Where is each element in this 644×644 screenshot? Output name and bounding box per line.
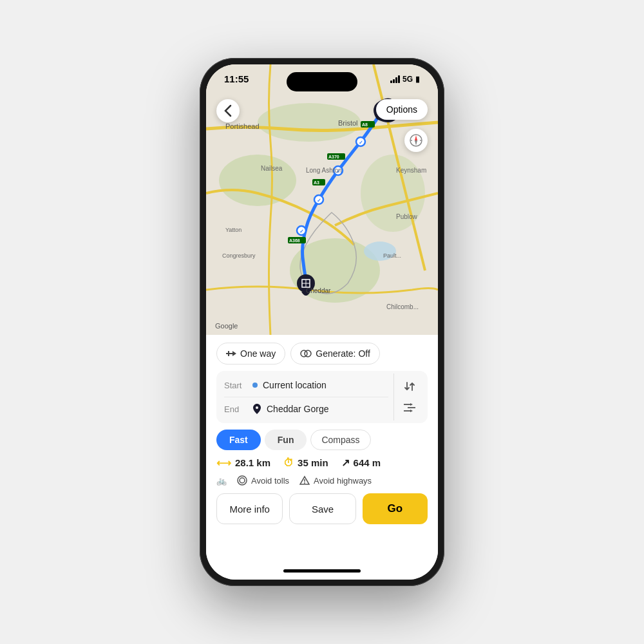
start-dot-icon: [252, 383, 258, 388]
more-info-button[interactable]: More info: [216, 493, 283, 524]
options-row: 🚲 Avoid tolls Avoid highways: [216, 475, 428, 486]
svg-point-49: [305, 350, 311, 357]
distance-icon: ⟷: [216, 457, 231, 469]
svg-point-50: [256, 406, 258, 409]
elevation-value: 644 m: [354, 457, 381, 468]
svg-marker-46: [232, 351, 236, 356]
svg-text:Cheddar: Cheddar: [306, 287, 331, 294]
route-modes: Fast Fun Compass: [216, 430, 428, 450]
network-label: 5G: [402, 75, 413, 84]
svg-text:Nailsea: Nailsea: [261, 165, 283, 172]
stats-row: ⟷ 28.1 km ⏱ 35 min ↗ 644 m: [216, 457, 428, 469]
highways-label: Avoid highways: [314, 476, 372, 486]
svg-text:Long Ashton: Long Ashton: [306, 167, 342, 174]
waypoints-button[interactable]: [399, 397, 420, 418]
elevation-stat: ↗ 644 m: [341, 457, 381, 469]
highways-icon: [299, 475, 310, 486]
svg-text:A368: A368: [289, 238, 300, 243]
distance-stat: ⟷ 28.1 km: [216, 457, 270, 469]
status-icons: 5G ▮: [390, 75, 420, 84]
svg-text:Portishead: Portishead: [225, 122, 260, 130]
options-button[interactable]: Options: [376, 99, 428, 120]
end-label: End: [224, 404, 247, 414]
map-area: ✓ ✓ ✓ ✓ A8 A3: [206, 64, 438, 335]
status-time: 11:55: [224, 73, 249, 84]
svg-text:Publow: Publow: [396, 213, 418, 220]
svg-text:A3: A3: [314, 180, 319, 185]
home-indicator: [206, 562, 438, 580]
svg-marker-55: [410, 410, 413, 412]
tolls-option[interactable]: Avoid tolls: [237, 475, 289, 486]
svg-point-56: [238, 476, 247, 485]
svg-point-60: [304, 482, 305, 484]
svg-text:A8: A8: [362, 122, 368, 127]
fast-mode-tab[interactable]: Fast: [216, 430, 261, 450]
location-inputs: Start Current location End Cheddar Gorg: [224, 374, 388, 421]
bike-option[interactable]: 🚲: [216, 476, 227, 486]
svg-text:Bristol: Bristol: [338, 119, 358, 127]
start-value: Current location: [263, 380, 327, 390]
start-label: Start: [224, 381, 247, 390]
start-row[interactable]: Start Current location: [224, 374, 388, 397]
bottom-panel: One way Generate: Off Start Current: [206, 335, 438, 562]
back-button[interactable]: [216, 99, 240, 122]
distance-value: 28.1 km: [235, 457, 270, 468]
phone-frame: 11:55 5G ▮: [200, 58, 444, 586]
svg-marker-41: [415, 135, 417, 140]
phone-screen: 11:55 5G ▮: [206, 64, 438, 580]
tolls-icon: [237, 475, 247, 486]
location-card: Start Current location End Cheddar Gorg: [216, 371, 428, 423]
swap-directions-button[interactable]: [399, 376, 420, 397]
svg-text:✓: ✓: [359, 140, 363, 146]
go-button[interactable]: Go: [363, 493, 428, 524]
svg-point-1: [219, 155, 296, 206]
svg-text:Keynsham: Keynsham: [396, 167, 426, 174]
svg-text:A370: A370: [328, 155, 339, 159]
action-buttons: More info Save Go: [216, 493, 428, 524]
svg-text:Yatton: Yatton: [225, 227, 242, 233]
svg-text:Chilcomb...: Chilcomb...: [386, 303, 419, 310]
svg-point-3: [361, 155, 425, 232]
svg-text:Pault...: Pault...: [383, 252, 401, 259]
time-icon: ⏱: [283, 457, 294, 469]
google-watermark: Google: [215, 322, 238, 330]
end-row[interactable]: End Cheddar Gorge: [224, 397, 388, 421]
time-value: 35 min: [298, 457, 328, 468]
end-pin-icon: [252, 404, 261, 414]
svg-text:✓: ✓: [299, 229, 304, 234]
svg-marker-42: [415, 140, 417, 146]
time-stat: ⏱ 35 min: [283, 457, 328, 469]
tolls-label: Avoid tolls: [251, 476, 289, 486]
highways-option[interactable]: Avoid highways: [299, 475, 372, 486]
fun-mode-tab[interactable]: Fun: [265, 430, 307, 450]
signal-bars-icon: [390, 75, 400, 83]
dynamic-island: [287, 72, 357, 91]
svg-point-57: [240, 478, 245, 483]
save-button[interactable]: Save: [289, 493, 355, 524]
compass-mode-tab[interactable]: Compass: [310, 430, 370, 450]
svg-text:✓: ✓: [317, 198, 321, 204]
elevation-icon: ↗: [341, 457, 350, 469]
end-value: Cheddar Gorge: [267, 404, 329, 414]
route-type-row: One way Generate: Off: [216, 343, 428, 365]
generate-button[interactable]: Generate: Off: [290, 343, 380, 365]
svg-text:Congresbury: Congresbury: [222, 252, 256, 259]
one-way-button[interactable]: One way: [216, 343, 285, 365]
bike-icon: 🚲: [216, 476, 227, 486]
battery-icon: ▮: [415, 75, 420, 84]
home-bar: [283, 569, 361, 573]
compass-button[interactable]: [404, 129, 428, 152]
svg-marker-52: [410, 403, 413, 406]
location-card-actions: [393, 374, 420, 421]
